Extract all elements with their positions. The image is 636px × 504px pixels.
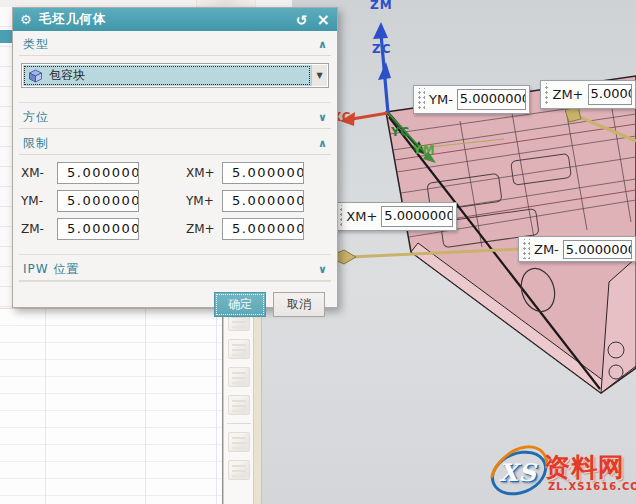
ym-plus-input[interactable]: 5.0000000 [222,190,304,212]
ym-minus-value-field[interactable]: 5.0000000 [457,89,526,110]
section-label: 方位 [23,109,49,126]
zm-minus-value-field[interactable]: 5.0000000 [563,240,632,259]
gear-icon: ⚙ [20,12,32,27]
float-input-zm-minus[interactable]: ZM- 5.0000000 [518,236,636,262]
field-label: YM+ [186,194,218,208]
watermark: XS 资料网 ZL.XS1616.COM [486,448,636,500]
float-input-label: ZM- [534,242,559,257]
xm-plus-input[interactable]: 5.0000000 [222,162,304,184]
limit-field-xm-minus: XM- 5.0000000 [21,162,164,184]
float-input-zm-plus[interactable]: ZM+ 5.0000000 [540,80,636,109]
float-input-ym-minus[interactable]: YM- 5.0000000 [413,85,530,114]
table-column-divider [45,309,46,504]
section-header-ipw-position[interactable]: IPW 位置 ∨ [19,259,331,281]
limit-field-ym-plus: YM+ 5.0000000 [186,190,329,212]
section-label: 类型 [23,36,49,53]
cancel-button[interactable]: 取消 [273,292,325,317]
table-column-divider [216,309,217,504]
toolbar-icon[interactable] [228,367,250,387]
drag-grip-icon[interactable] [543,83,548,106]
limit-field-xm-plus: XM+ 5.0000000 [186,162,329,184]
chevron-up-icon[interactable]: ∧ [318,38,327,51]
blank-geometry-dialog: ⚙ 毛坯几何体 ↺ × 类型 ∧ 包容块 ▼ 方位 ∨ [12,7,338,308]
field-label: XM- [21,166,53,180]
toolbar-icon[interactable] [228,339,250,359]
drag-grip-icon[interactable] [521,239,530,259]
limit-field-ym-minus: YM- 5.0000000 [21,190,164,212]
navigator-left-strip [0,7,12,308]
axis-label-ym: YM [413,143,436,157]
side-toolbar [223,308,253,504]
field-label: ZM- [21,222,53,236]
float-input-label: YM- [429,92,453,107]
toolbar-icon[interactable] [228,395,250,415]
float-input-label: ZM+ [552,87,583,102]
field-label: YM- [21,194,53,208]
type-dropdown-value: 包容块 [49,67,85,84]
xm-minus-input[interactable]: 5.0000000 [57,162,139,184]
ok-button[interactable]: 确定 [214,292,266,317]
section-header-type[interactable]: 类型 ∧ [19,34,331,56]
watermark-site-name: 资料网 [544,450,625,485]
chevron-up-icon[interactable]: ∧ [318,137,327,150]
dialog-button-row: 确定 取消 [19,281,331,323]
z-axis-arrow[interactable] [373,22,391,113]
axis-label-yc: YC [391,125,410,139]
logo-text: XS [499,458,537,487]
chevron-down-icon[interactable]: ∨ [318,263,327,276]
dropdown-arrow-icon[interactable]: ▼ [311,65,327,86]
panel-resize-bar[interactable] [253,308,262,504]
zm-plus-value-field[interactable]: 5.0000000 [588,84,633,105]
section-divider [19,97,331,103]
field-label: XM+ [186,166,218,180]
drag-grip-icon[interactable] [416,88,425,111]
dialog-body: 类型 ∧ 包容块 ▼ 方位 ∨ 限制 ∧ [13,31,337,327]
section-label: IPW 位置 [23,261,79,278]
chevron-down-icon[interactable]: ∨ [318,111,327,124]
xs-logo-icon: XS [486,450,552,496]
cube-icon [28,69,43,83]
axis-label-zm: ZM [370,0,393,12]
field-label: ZM+ [186,222,218,236]
limits-grid: XM- 5.0000000 XM+ 5.0000000 YM- 5.000000… [19,155,331,249]
toolbar-separator [227,423,251,424]
float-input-xm-plus[interactable]: XM+ 5.0000000 [330,202,457,231]
xm-plus-value-field[interactable]: 5.0000000 [381,206,453,227]
watermark-site-url: ZL.XS1616.COM [548,481,636,492]
navigator-selected-row [0,30,12,43]
dialog-titlebar[interactable]: ⚙ 毛坯几何体 ↺ × [13,8,337,31]
section-label: 限制 [23,135,49,152]
limit-field-zm-minus: ZM- 5.0000000 [21,218,164,240]
toolbar-icon[interactable] [228,460,250,480]
axis-label-zc: ZC [372,42,392,56]
section-divider [19,249,331,255]
section-header-orientation[interactable]: 方位 ∨ [19,107,331,129]
float-input-label: XM+ [346,209,377,224]
type-dropdown-selected[interactable]: 包容块 [23,65,311,86]
section-header-limits[interactable]: 限制 ∧ [19,133,331,155]
operation-navigator-table[interactable] [0,308,223,504]
dialog-title: 毛坯几何体 [39,11,287,28]
zm-plus-input[interactable]: 5.0000000 [222,218,304,240]
reset-icon[interactable]: ↺ [296,13,308,27]
table-column-divider [145,309,146,504]
zm-minus-input[interactable]: 5.0000000 [57,218,139,240]
type-dropdown[interactable]: 包容块 ▼ [21,63,329,88]
limit-field-zm-plus: ZM+ 5.0000000 [186,218,329,240]
close-icon[interactable]: × [317,12,330,28]
toolbar-icon[interactable] [228,432,250,452]
ym-minus-input[interactable]: 5.0000000 [57,190,139,212]
toolbar-icon [196,0,256,7]
